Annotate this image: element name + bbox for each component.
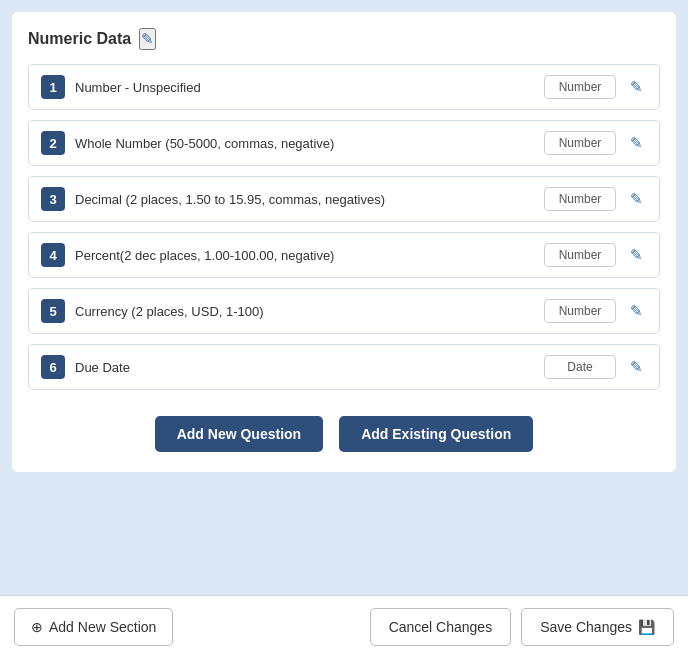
footer-right: Cancel Changes Save Changes 💾 bbox=[370, 608, 674, 646]
question-list: 1Number - UnspecifiedNumber✎2Whole Numbe… bbox=[28, 64, 660, 390]
section-card: Numeric Data ✎ 1Number - UnspecifiedNumb… bbox=[12, 12, 676, 472]
table-row: 4Percent(2 dec places, 1.00-100.00, nega… bbox=[28, 232, 660, 278]
cancel-changes-button[interactable]: Cancel Changes bbox=[370, 608, 512, 646]
table-row: 6Due DateDate✎ bbox=[28, 344, 660, 390]
question-type-badge: Number bbox=[544, 187, 616, 211]
question-number: 3 bbox=[41, 187, 65, 211]
question-label: Currency (2 places, USD, 1-100) bbox=[75, 304, 534, 319]
add-new-question-button[interactable]: Add New Question bbox=[155, 416, 323, 452]
main-area: Numeric Data ✎ 1Number - UnspecifiedNumb… bbox=[0, 0, 688, 595]
question-type-badge: Date bbox=[544, 355, 616, 379]
question-type-badge: Number bbox=[544, 75, 616, 99]
save-changes-button[interactable]: Save Changes 💾 bbox=[521, 608, 674, 646]
action-buttons-row: Add New Question Add Existing Question bbox=[28, 404, 660, 456]
question-number: 4 bbox=[41, 243, 65, 267]
card-header: Numeric Data ✎ bbox=[28, 28, 660, 50]
question-edit-button[interactable]: ✎ bbox=[626, 244, 647, 266]
footer: ⊕ Add New Section Cancel Changes Save Ch… bbox=[0, 595, 688, 658]
question-number: 2 bbox=[41, 131, 65, 155]
table-row: 5Currency (2 places, USD, 1-100)Number✎ bbox=[28, 288, 660, 334]
question-type-badge: Number bbox=[544, 243, 616, 267]
question-edit-button[interactable]: ✎ bbox=[626, 188, 647, 210]
save-changes-label: Save Changes bbox=[540, 619, 632, 635]
question-type-badge: Number bbox=[544, 299, 616, 323]
question-number: 6 bbox=[41, 355, 65, 379]
card-title: Numeric Data bbox=[28, 30, 131, 48]
question-label: Decimal (2 places, 1.50 to 15.95, commas… bbox=[75, 192, 534, 207]
save-icon: 💾 bbox=[638, 619, 655, 635]
question-edit-button[interactable]: ✎ bbox=[626, 356, 647, 378]
header-edit-button[interactable]: ✎ bbox=[139, 28, 156, 50]
plus-icon: ⊕ bbox=[31, 619, 43, 635]
question-label: Whole Number (50-5000, commas, negative) bbox=[75, 136, 534, 151]
question-number: 5 bbox=[41, 299, 65, 323]
question-edit-button[interactable]: ✎ bbox=[626, 132, 647, 154]
add-new-section-label: Add New Section bbox=[49, 619, 156, 635]
table-row: 2Whole Number (50-5000, commas, negative… bbox=[28, 120, 660, 166]
question-label: Percent(2 dec places, 1.00-100.00, negat… bbox=[75, 248, 534, 263]
question-type-badge: Number bbox=[544, 131, 616, 155]
add-new-section-button[interactable]: ⊕ Add New Section bbox=[14, 608, 173, 646]
table-row: 1Number - UnspecifiedNumber✎ bbox=[28, 64, 660, 110]
question-number: 1 bbox=[41, 75, 65, 99]
question-edit-button[interactable]: ✎ bbox=[626, 76, 647, 98]
question-edit-button[interactable]: ✎ bbox=[626, 300, 647, 322]
question-label: Due Date bbox=[75, 360, 534, 375]
table-row: 3Decimal (2 places, 1.50 to 15.95, comma… bbox=[28, 176, 660, 222]
add-existing-question-button[interactable]: Add Existing Question bbox=[339, 416, 533, 452]
question-label: Number - Unspecified bbox=[75, 80, 534, 95]
